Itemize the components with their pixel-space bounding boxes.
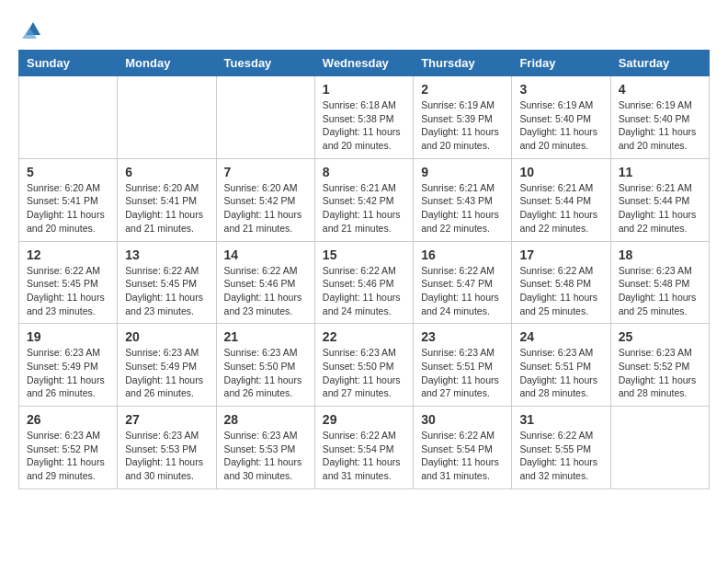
calendar-week-row: 12Sunrise: 6:22 AM Sunset: 5:45 PM Dayli… <box>19 241 710 324</box>
header-friday: Friday <box>512 51 610 76</box>
day-number: 13 <box>125 247 208 262</box>
day-number: 26 <box>27 412 109 427</box>
calendar-cell <box>19 76 118 159</box>
day-info: Sunrise: 6:22 AM Sunset: 5:55 PM Dayligh… <box>519 429 602 483</box>
header-thursday: Thursday <box>414 51 512 76</box>
day-info: Sunrise: 6:23 AM Sunset: 5:52 PM Dayligh… <box>27 429 109 483</box>
calendar-cell: 19Sunrise: 6:23 AM Sunset: 5:49 PM Dayli… <box>19 324 118 407</box>
day-info: Sunrise: 6:21 AM Sunset: 5:44 PM Dayligh… <box>519 181 602 236</box>
page-header <box>18 18 710 40</box>
calendar-cell: 6Sunrise: 6:20 AM Sunset: 5:41 PM Daylig… <box>118 158 216 241</box>
logo <box>18 18 44 40</box>
day-info: Sunrise: 6:22 AM Sunset: 5:46 PM Dayligh… <box>323 264 405 318</box>
calendar-cell: 2Sunrise: 6:19 AM Sunset: 5:39 PM Daylig… <box>414 76 512 159</box>
day-info: Sunrise: 6:23 AM Sunset: 5:49 PM Dayligh… <box>125 346 208 400</box>
day-number: 1 <box>323 82 405 97</box>
day-number: 30 <box>421 412 504 427</box>
day-number: 21 <box>224 329 307 344</box>
day-number: 17 <box>519 247 602 262</box>
day-info: Sunrise: 6:21 AM Sunset: 5:42 PM Dayligh… <box>323 181 405 236</box>
calendar-cell: 18Sunrise: 6:23 AM Sunset: 5:48 PM Dayli… <box>610 241 709 324</box>
calendar-cell: 13Sunrise: 6:22 AM Sunset: 5:45 PM Dayli… <box>118 241 216 324</box>
day-number: 12 <box>27 247 109 262</box>
calendar-table: SundayMondayTuesdayWednesdayThursdayFrid… <box>18 50 710 489</box>
day-info: Sunrise: 6:22 AM Sunset: 5:54 PM Dayligh… <box>323 429 405 483</box>
day-number: 19 <box>27 329 109 344</box>
calendar-cell <box>216 76 314 159</box>
day-info: Sunrise: 6:22 AM Sunset: 5:45 PM Dayligh… <box>27 264 109 318</box>
day-number: 4 <box>619 82 701 97</box>
calendar-cell: 1Sunrise: 6:18 AM Sunset: 5:38 PM Daylig… <box>314 76 413 159</box>
calendar-cell: 4Sunrise: 6:19 AM Sunset: 5:40 PM Daylig… <box>610 76 709 159</box>
day-info: Sunrise: 6:23 AM Sunset: 5:51 PM Dayligh… <box>421 346 504 400</box>
calendar-cell: 23Sunrise: 6:23 AM Sunset: 5:51 PM Dayli… <box>414 324 512 407</box>
day-number: 29 <box>323 412 405 427</box>
day-info: Sunrise: 6:23 AM Sunset: 5:53 PM Dayligh… <box>125 429 208 483</box>
day-info: Sunrise: 6:22 AM Sunset: 5:46 PM Dayligh… <box>224 264 307 318</box>
day-number: 3 <box>519 82 602 97</box>
logo-icon <box>22 18 44 40</box>
calendar-cell: 16Sunrise: 6:22 AM Sunset: 5:47 PM Dayli… <box>414 241 512 324</box>
calendar-week-row: 26Sunrise: 6:23 AM Sunset: 5:52 PM Dayli… <box>19 407 710 489</box>
day-number: 18 <box>619 247 701 262</box>
header-monday: Monday <box>118 51 216 76</box>
calendar-cell: 27Sunrise: 6:23 AM Sunset: 5:53 PM Dayli… <box>118 407 216 489</box>
day-info: Sunrise: 6:23 AM Sunset: 5:51 PM Dayligh… <box>519 346 602 400</box>
calendar-cell <box>118 76 216 159</box>
calendar-cell: 9Sunrise: 6:21 AM Sunset: 5:43 PM Daylig… <box>414 158 512 241</box>
day-info: Sunrise: 6:20 AM Sunset: 5:41 PM Dayligh… <box>125 181 208 236</box>
day-info: Sunrise: 6:19 AM Sunset: 5:40 PM Dayligh… <box>519 98 602 153</box>
day-number: 2 <box>421 82 504 97</box>
calendar-cell: 14Sunrise: 6:22 AM Sunset: 5:46 PM Dayli… <box>216 241 314 324</box>
day-number: 9 <box>421 165 504 179</box>
day-info: Sunrise: 6:20 AM Sunset: 5:42 PM Dayligh… <box>224 181 307 236</box>
day-info: Sunrise: 6:23 AM Sunset: 5:50 PM Dayligh… <box>323 346 405 400</box>
day-number: 6 <box>125 165 208 179</box>
day-number: 11 <box>619 165 701 179</box>
day-info: Sunrise: 6:22 AM Sunset: 5:54 PM Dayligh… <box>421 429 504 483</box>
calendar-cell: 8Sunrise: 6:21 AM Sunset: 5:42 PM Daylig… <box>314 158 413 241</box>
day-number: 31 <box>519 412 602 427</box>
header-sunday: Sunday <box>19 51 118 76</box>
calendar-cell: 21Sunrise: 6:23 AM Sunset: 5:50 PM Dayli… <box>216 324 314 407</box>
header-tuesday: Tuesday <box>216 51 314 76</box>
calendar-week-row: 19Sunrise: 6:23 AM Sunset: 5:49 PM Dayli… <box>19 324 710 407</box>
day-info: Sunrise: 6:19 AM Sunset: 5:40 PM Dayligh… <box>619 98 701 153</box>
calendar-cell: 15Sunrise: 6:22 AM Sunset: 5:46 PM Dayli… <box>314 241 413 324</box>
day-info: Sunrise: 6:23 AM Sunset: 5:48 PM Dayligh… <box>619 264 701 318</box>
day-number: 27 <box>125 412 208 427</box>
day-info: Sunrise: 6:18 AM Sunset: 5:38 PM Dayligh… <box>323 98 405 153</box>
calendar-cell: 17Sunrise: 6:22 AM Sunset: 5:48 PM Dayli… <box>512 241 610 324</box>
day-number: 20 <box>125 329 208 344</box>
day-info: Sunrise: 6:22 AM Sunset: 5:47 PM Dayligh… <box>421 264 504 318</box>
header-wednesday: Wednesday <box>314 51 413 76</box>
day-number: 5 <box>27 165 109 179</box>
calendar-cell: 31Sunrise: 6:22 AM Sunset: 5:55 PM Dayli… <box>512 407 610 489</box>
day-info: Sunrise: 6:20 AM Sunset: 5:41 PM Dayligh… <box>27 181 109 236</box>
header-saturday: Saturday <box>610 51 709 76</box>
day-number: 15 <box>323 247 405 262</box>
calendar-cell: 26Sunrise: 6:23 AM Sunset: 5:52 PM Dayli… <box>19 407 118 489</box>
day-number: 24 <box>519 329 602 344</box>
day-info: Sunrise: 6:22 AM Sunset: 5:45 PM Dayligh… <box>125 264 208 318</box>
day-info: Sunrise: 6:23 AM Sunset: 5:50 PM Dayligh… <box>224 346 307 400</box>
calendar-cell: 5Sunrise: 6:20 AM Sunset: 5:41 PM Daylig… <box>19 158 118 241</box>
day-info: Sunrise: 6:23 AM Sunset: 5:52 PM Dayligh… <box>619 346 701 400</box>
day-info: Sunrise: 6:22 AM Sunset: 5:48 PM Dayligh… <box>519 264 602 318</box>
calendar-header-row: SundayMondayTuesdayWednesdayThursdayFrid… <box>19 51 710 76</box>
day-number: 7 <box>224 165 307 179</box>
calendar-cell: 24Sunrise: 6:23 AM Sunset: 5:51 PM Dayli… <box>512 324 610 407</box>
calendar-cell: 20Sunrise: 6:23 AM Sunset: 5:49 PM Dayli… <box>118 324 216 407</box>
day-info: Sunrise: 6:21 AM Sunset: 5:43 PM Dayligh… <box>421 181 504 236</box>
calendar-cell: 12Sunrise: 6:22 AM Sunset: 5:45 PM Dayli… <box>19 241 118 324</box>
calendar-cell <box>610 407 709 489</box>
calendar-cell: 7Sunrise: 6:20 AM Sunset: 5:42 PM Daylig… <box>216 158 314 241</box>
day-info: Sunrise: 6:23 AM Sunset: 5:53 PM Dayligh… <box>224 429 307 483</box>
calendar-cell: 30Sunrise: 6:22 AM Sunset: 5:54 PM Dayli… <box>414 407 512 489</box>
calendar-cell: 10Sunrise: 6:21 AM Sunset: 5:44 PM Dayli… <box>512 158 610 241</box>
calendar-cell: 28Sunrise: 6:23 AM Sunset: 5:53 PM Dayli… <box>216 407 314 489</box>
day-number: 8 <box>323 165 405 179</box>
day-number: 25 <box>619 329 701 344</box>
day-number: 10 <box>519 165 602 179</box>
day-number: 14 <box>224 247 307 262</box>
